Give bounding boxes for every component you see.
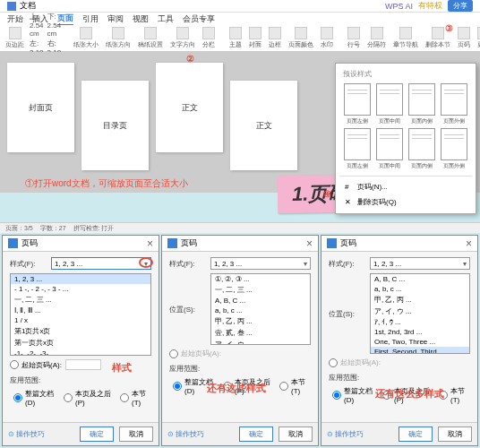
- start-at-radio[interactable]: [169, 349, 178, 358]
- status-page[interactable]: 页面：3/5: [5, 224, 33, 233]
- list-item[interactable]: 甲, 乙, 丙 ...: [211, 315, 310, 327]
- list-item[interactable]: 第1页共x页: [11, 325, 150, 337]
- page-thumbnail[interactable]: 正文: [156, 63, 223, 152]
- list-item[interactable]: - 1 -, - 2 -, - 3 - ...: [11, 284, 150, 294]
- cancel-button[interactable]: 取消: [279, 426, 313, 442]
- share-button[interactable]: 分享: [448, 0, 473, 12]
- this-point-radio[interactable]: [64, 393, 73, 402]
- line-number-button[interactable]: 行号: [346, 27, 362, 49]
- whole-doc-radio[interactable]: [173, 382, 182, 391]
- columns-button[interactable]: 分栏: [201, 27, 217, 49]
- this-point-radio[interactable]: [382, 391, 391, 400]
- list-item[interactable]: A, B, C ...: [211, 296, 310, 306]
- text-direction-button[interactable]: 文字方向: [168, 27, 197, 49]
- close-icon[interactable]: ×: [147, 237, 153, 250]
- list-item[interactable]: First, Second, Third ...: [371, 347, 469, 354]
- format-list[interactable]: 1, 2, 3 ... - 1 -, - 2 -, - 3 - ... 一, 二…: [10, 273, 151, 356]
- this-section-radio[interactable]: [439, 391, 448, 400]
- close-icon[interactable]: ×: [466, 237, 472, 250]
- ok-button[interactable]: 确定: [80, 426, 114, 442]
- dialog-title-bar[interactable]: 页码 ×: [3, 236, 159, 252]
- position-option[interactable]: 页面左侧: [342, 83, 372, 125]
- more-button[interactable]: 更多: [476, 27, 480, 49]
- format-list[interactable]: ①, ②, ③ ... 一, 二, 三 ... A, B, C ... a, b…: [210, 273, 311, 345]
- list-item[interactable]: 一, 二, 三 ...: [11, 294, 150, 306]
- this-point-radio[interactable]: [223, 382, 232, 391]
- tips-link[interactable]: 操作技巧: [8, 429, 45, 439]
- this-section-radio[interactable]: [279, 382, 288, 391]
- status-words[interactable]: 字数：27: [40, 224, 66, 233]
- list-item[interactable]: -1-, -2-, -3- ...: [11, 349, 150, 356]
- position-option[interactable]: 页面中间: [374, 83, 404, 125]
- document-canvas[interactable]: 封面页 目录页 正文 正文 ② 预设样式 页面左侧 页面中间 页面内侧 页面外侧…: [0, 52, 480, 193]
- list-item[interactable]: ｱ, ｲ, ｳ ...: [371, 317, 469, 327]
- cover-button[interactable]: 封面: [247, 27, 263, 49]
- tab-tools[interactable]: 工具: [158, 13, 174, 25]
- tab-review[interactable]: 审阅: [107, 13, 124, 25]
- whole-doc-radio[interactable]: [13, 393, 22, 402]
- page-number-menu-item[interactable]: #页码(N)...: [339, 179, 472, 194]
- page-number-button[interactable]: 页码: [456, 27, 472, 49]
- dialog-title-bar[interactable]: 页码 ×: [321, 236, 477, 252]
- list-item[interactable]: a, b, c ...: [211, 306, 310, 315]
- format-combo[interactable]: 1, 2, 3 ...: [370, 257, 470, 270]
- page-thumbnail[interactable]: 封面页: [7, 63, 74, 152]
- watermark-button[interactable]: 水印: [319, 27, 335, 49]
- wps-ai-label[interactable]: WPS AI: [385, 2, 413, 11]
- orientation-button[interactable]: 纸张方向: [104, 27, 133, 49]
- format-combo[interactable]: 1, 2, 3 ...: [210, 257, 311, 270]
- themes-button[interactable]: 主题: [227, 27, 244, 49]
- list-item[interactable]: 第一页共x页: [11, 337, 150, 349]
- tips-link[interactable]: 操作技巧: [327, 429, 364, 439]
- start-at-input[interactable]: [65, 359, 101, 370]
- list-item[interactable]: 1 / x: [11, 315, 150, 325]
- list-item[interactable]: 甲, 乙, 丙 ...: [371, 294, 469, 306]
- list-item[interactable]: ①, ②, ③ ...: [211, 274, 310, 284]
- start-at-radio[interactable]: [10, 360, 19, 369]
- list-item[interactable]: 1st, 2nd, 3rd ...: [371, 327, 469, 337]
- this-section-radio[interactable]: [120, 393, 129, 402]
- position-option[interactable]: 页面左侧: [342, 128, 372, 170]
- tab-view[interactable]: 视图: [133, 13, 149, 25]
- status-spell[interactable]: 拼写检查: 打开: [73, 224, 115, 233]
- position-option[interactable]: 页面外侧: [440, 128, 469, 170]
- tab-reference[interactable]: 引用: [82, 13, 99, 25]
- ok-button[interactable]: 确定: [399, 426, 433, 442]
- start-at-radio[interactable]: [329, 358, 338, 367]
- layout-button[interactable]: 稿纸设置: [136, 27, 165, 49]
- list-item[interactable]: ア, イ, ウ ...: [371, 306, 469, 317]
- page-color-button[interactable]: 页面颜色: [287, 27, 315, 49]
- list-item[interactable]: 1, 2, 3 ...: [11, 274, 150, 284]
- dialog-title-bar[interactable]: 页码 ×: [162, 236, 318, 252]
- list-item[interactable]: 壹, 贰, 叁 ...: [211, 327, 310, 339]
- vip-badge[interactable]: 有特权: [418, 0, 442, 12]
- page-thumbnail[interactable]: 正文: [230, 81, 297, 170]
- position-option[interactable]: 页面外侧: [440, 83, 469, 125]
- paper-size-button[interactable]: 纸张大小: [72, 27, 100, 49]
- ok-button[interactable]: 确定: [239, 426, 273, 442]
- close-icon[interactable]: ×: [306, 237, 313, 250]
- page-thumbnail[interactable]: 目录页: [81, 81, 149, 170]
- tab-vip[interactable]: 会员专享: [183, 13, 215, 25]
- list-item[interactable]: A, B, C ...: [371, 274, 469, 284]
- breaks-button[interactable]: 分隔符: [365, 27, 388, 49]
- position-option[interactable]: 页面内侧: [407, 128, 437, 170]
- list-item[interactable]: One, Two, Three ...: [371, 337, 469, 347]
- list-item[interactable]: 一, 二, 三 ...: [211, 284, 310, 296]
- position-option[interactable]: 页面内侧: [407, 83, 437, 125]
- margins-button[interactable]: 页边距: [4, 27, 26, 49]
- border-button[interactable]: 边框: [267, 27, 283, 49]
- whole-doc-radio[interactable]: [332, 391, 341, 400]
- tab-start[interactable]: 开始: [7, 13, 23, 25]
- list-item[interactable]: a, b, c ...: [371, 284, 469, 294]
- format-combo[interactable]: 1, 2, 3 ...: [51, 257, 151, 270]
- chapter-nav-button[interactable]: 章节导航: [391, 27, 420, 49]
- list-item[interactable]: Ⅰ, Ⅱ, Ⅲ ...: [11, 306, 150, 315]
- position-option[interactable]: 页面中间: [374, 128, 404, 170]
- cancel-button[interactable]: 取消: [438, 426, 472, 442]
- tips-link[interactable]: 操作技巧: [167, 429, 204, 439]
- list-item[interactable]: ア, イ, ウ ...: [211, 339, 310, 345]
- delete-page-number-menu-item[interactable]: ✕删除页码(Q): [339, 194, 472, 210]
- cancel-button[interactable]: 取消: [119, 426, 153, 442]
- format-list[interactable]: A, B, C ... a, b, c ... 甲, 乙, 丙 ... ア, イ…: [370, 273, 470, 354]
